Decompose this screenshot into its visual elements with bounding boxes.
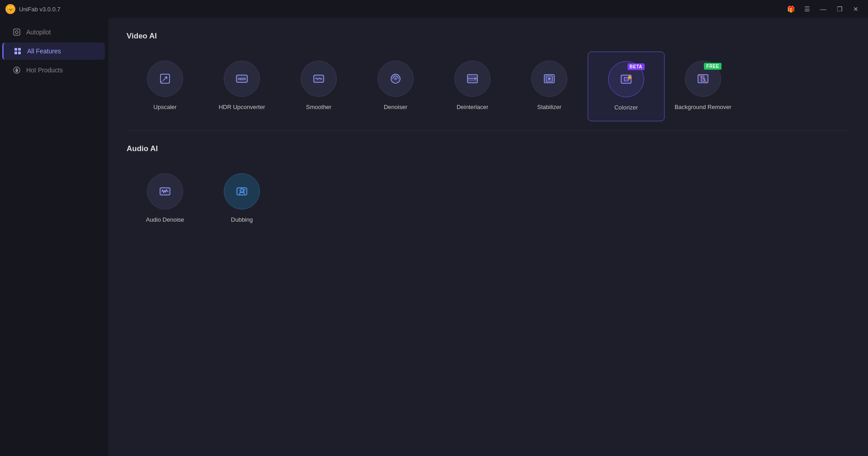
deinterlacer-icon-wrap [454,61,491,97]
all-features-label: All Features [27,48,61,55]
svg-point-12 [394,77,397,80]
smoother-label: Smoother [306,103,331,111]
denoiser-label: Denoiser [384,103,407,111]
titlebar-controls: 🎁 ☰ — ❐ ✕ [784,2,863,16]
fire-icon [13,66,21,74]
svg-point-28 [240,189,244,192]
close-button[interactable]: ✕ [849,2,863,16]
colorizer-icon-wrap: BETA [608,61,644,97]
hdr-label: HDR Upconverter [219,103,265,111]
bg-remover-label: Background Remover [675,103,731,111]
audio-ai-grid: Audio Denoise Dubbing [127,164,850,233]
autopilot-label: Autopilot [26,28,51,36]
feature-hdr-upconverter[interactable]: HDR HDR Upconverter [203,52,280,121]
gift-button[interactable]: 🎁 [784,2,797,16]
sidebar-item-autopilot[interactable]: Autopilot [4,24,105,41]
feature-deinterlacer[interactable]: Deinterlacer [434,52,511,121]
audio-ai-section: Audio AI Audio Denoise [127,144,850,233]
main-layout: Autopilot All Features Hot Products [0,18,868,456]
svg-rect-3 [18,48,21,51]
stabilizer-label: Stabilizer [537,103,561,111]
titlebar-left: 🐱 UniFab v3.0.0.7 [5,4,61,14]
content-area: Video AI Upscaler [108,18,868,456]
feature-smoother[interactable]: Smoother [280,52,357,121]
feature-denoiser[interactable]: Denoiser [357,52,434,121]
hdr-icon-wrap: HDR [224,61,260,97]
autopilot-icon [13,28,21,36]
svg-rect-0 [14,29,20,35]
svg-point-1 [15,31,18,33]
feature-colorizer[interactable]: BETA Colorizer [588,52,665,121]
section-divider [127,130,850,131]
svg-rect-5 [18,52,21,54]
audio-denoise-label: Audio Denoise [146,216,184,224]
video-ai-section: Video AI Upscaler [127,32,850,121]
feature-stabilizer[interactable]: Stabilizer [511,52,588,121]
titlebar: 🐱 UniFab v3.0.0.7 🎁 ☰ — ❐ ✕ [0,0,868,18]
colorizer-label: Colorizer [614,104,638,112]
menu-button[interactable]: ☰ [800,2,814,16]
sidebar-item-all-features[interactable]: All Features [2,43,105,60]
svg-rect-4 [14,52,17,54]
free-badge: FREE [704,63,722,70]
app-icon: 🐱 [5,4,15,14]
svg-point-23 [629,76,631,78]
bg-remover-icon-wrap: FREE [685,61,721,97]
upscaler-label: Upscaler [153,103,176,111]
feature-audio-denoise[interactable]: Audio Denoise [127,164,203,233]
beta-badge: BETA [627,63,645,70]
feature-upscaler[interactable]: Upscaler [127,52,203,121]
svg-text:HDR: HDR [238,77,246,81]
upscaler-icon-wrap [147,61,183,97]
sidebar: Autopilot All Features Hot Products [0,18,108,456]
svg-rect-2 [14,48,17,51]
dubbing-icon-wrap [224,173,260,209]
grid-icon [14,47,22,55]
stabilizer-icon-wrap [531,61,567,97]
hot-products-label: Hot Products [26,66,63,74]
minimize-button[interactable]: — [816,2,830,16]
app-title: UniFab v3.0.0.7 [19,6,61,13]
restore-button[interactable]: ❐ [833,2,846,16]
feature-dubbing[interactable]: Dubbing [203,164,280,233]
denoiser-icon-wrap [377,61,414,97]
deinterlacer-label: Deinterlacer [457,103,488,111]
audio-ai-title: Audio AI [127,144,850,153]
audio-denoise-icon-wrap [147,173,183,209]
video-ai-title: Video AI [127,32,850,41]
video-ai-grid: Upscaler HDR HDR Upconverter [127,52,850,121]
smoother-icon-wrap [301,61,337,97]
sidebar-item-hot-products[interactable]: Hot Products [4,62,105,79]
dubbing-label: Dubbing [231,216,253,224]
feature-background-remover[interactable]: FREE Background Remover [665,52,741,121]
